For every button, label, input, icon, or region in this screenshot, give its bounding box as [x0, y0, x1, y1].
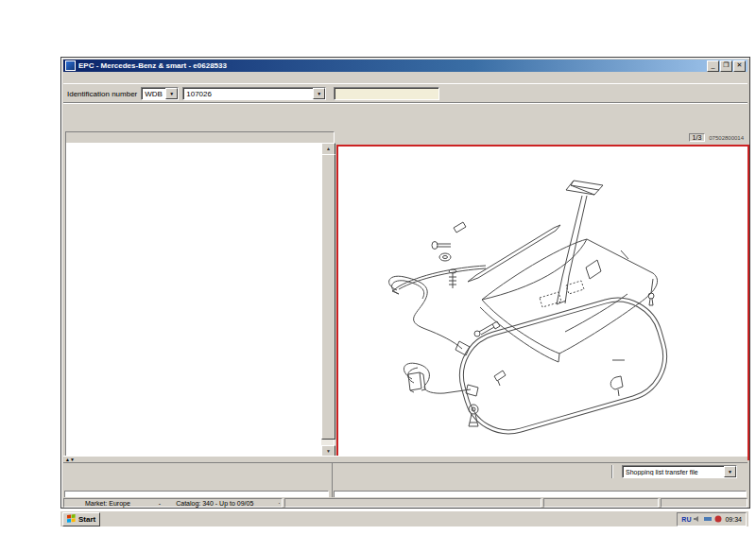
- shopping-list-columns: [63, 480, 330, 491]
- toolbar-separator: [611, 465, 613, 478]
- windows-logo-icon: [67, 514, 77, 524]
- shopping-list-toolbar: [63, 463, 330, 480]
- scrollbar-thumb[interactable]: [321, 154, 335, 440]
- page-navigation: 1/3 07502800014: [336, 131, 747, 144]
- figure-number: 07502800014: [709, 135, 744, 141]
- close-button[interactable]: ✕: [733, 60, 746, 72]
- chevron-down-icon[interactable]: ▼: [165, 88, 178, 99]
- volume-icon[interactable]: [694, 515, 701, 523]
- start-button[interactable]: Start: [62, 512, 100, 526]
- chevron-down-icon[interactable]: ▼: [313, 88, 325, 99]
- filter-bar: [63, 102, 747, 115]
- epc-window: EPC - Mercedes-Benz & smart - e0628533 _…: [60, 57, 750, 509]
- transfer-file-combo[interactable]: Shopping list transfer file ▼: [622, 465, 737, 478]
- shopping-list-panel: Shopping list transfer file ▼: [63, 462, 747, 498]
- window-title: EPC - Mercedes-Benz & smart - e0628533: [78, 61, 706, 70]
- language-indicator[interactable]: RU: [681, 516, 691, 523]
- identification-input[interactable]: 107026 ▼: [182, 87, 326, 100]
- shopping-items-right: Shopping list transfer file ▼: [332, 463, 747, 498]
- status-cell: [543, 498, 659, 508]
- status-separator: -: [159, 500, 161, 507]
- vin-type-combo[interactable]: WDB ▼: [141, 87, 179, 100]
- diagram-canvas[interactable]: [336, 145, 749, 460]
- restore-button[interactable]: ❐: [720, 60, 732, 72]
- status-dot: ·: [278, 500, 280, 507]
- taskbar: Start RU 09:34: [60, 510, 748, 526]
- identification-readonly-field: [334, 87, 439, 100]
- vertical-scrollbar[interactable]: ▲ ▼: [321, 143, 334, 458]
- status-bar: Market: Europe - Catalog: 340 - Up to 09…: [63, 497, 747, 508]
- menu-bar: [63, 72, 747, 83]
- system-tray: RU 09:34: [677, 512, 747, 526]
- clock: 09:34: [725, 516, 742, 523]
- shopping-items-toolbar: Shopping list transfer file ▼: [333, 463, 747, 480]
- status-cell: [661, 498, 747, 508]
- status-cell: [284, 498, 541, 508]
- page-indicator: 1/3: [689, 133, 706, 142]
- title-bar: EPC - Mercedes-Benz & smart - e0628533 _…: [63, 60, 747, 72]
- drawing-toolbar: [336, 114, 747, 131]
- parts-toolbar: [63, 114, 336, 131]
- parts-table: ▲ ▼: [65, 131, 335, 459]
- parts-table-header: [66, 132, 334, 143]
- exploded-diagram: [338, 147, 747, 458]
- shopping-items-columns: [333, 480, 747, 491]
- identification-label: Identification number: [67, 90, 137, 98]
- chevron-down-icon[interactable]: ▼: [724, 466, 736, 477]
- minimize-button[interactable]: _: [707, 60, 719, 72]
- app-icon: [65, 60, 76, 71]
- parts-table-body: [66, 143, 321, 458]
- antivirus-icon[interactable]: [714, 515, 722, 523]
- main-area: ▲ ▼ 1/3 07502800014: [63, 114, 747, 461]
- status-market: Market: Europe: [85, 500, 130, 507]
- drawing-panel: 1/3 07502800014: [336, 114, 747, 461]
- parts-panel: ▲ ▼: [63, 114, 336, 461]
- identification-bar: Identification number WDB ▼ 107026 ▼: [63, 83, 747, 103]
- network-icon[interactable]: [704, 515, 712, 523]
- status-catalog: Catalog: 340 - Up to 09/05: [176, 500, 253, 507]
- shopping-list-left: [63, 463, 330, 498]
